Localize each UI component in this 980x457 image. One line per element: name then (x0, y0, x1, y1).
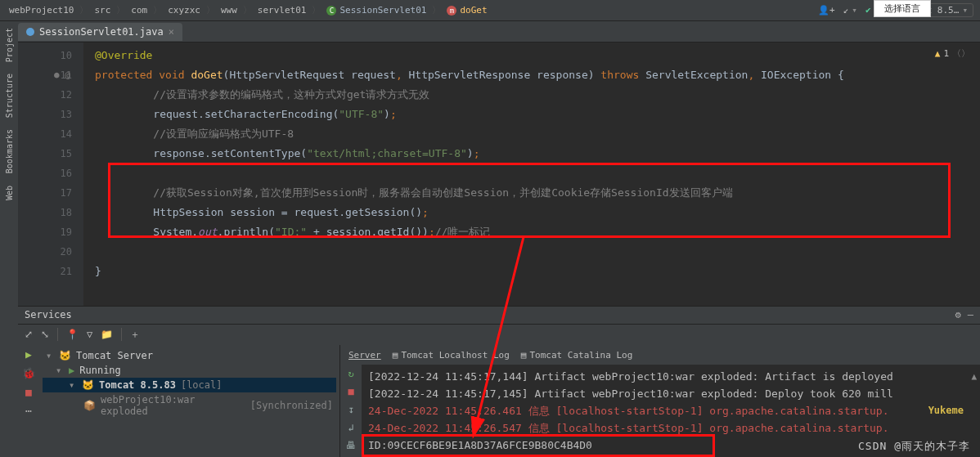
file-tab-label: SessionServlet01.java (39, 26, 164, 38)
filter-icon[interactable]: ▽ (87, 329, 92, 340)
editor-area: 1011● @12131415161718192021 ▲ 1 〈〉 @Over… (18, 43, 980, 306)
tomcat-icon: 🐱 (82, 379, 94, 391)
more-icon[interactable]: ⋯ (25, 405, 32, 417)
services-panel: Services ⚙ — ⤢ ⤡ 📍 ▽ 📁 ＋ ▶ 🐞 ■ ⋯ ▾ 🐱 Tom… (18, 306, 980, 457)
line-gutter: 1011● @12131415161718192021 (18, 43, 83, 306)
line-number: 13 (18, 105, 72, 124)
code-line[interactable]: response.setContentType("text/html;chars… (95, 144, 969, 164)
toolwin-structure[interactable]: Structure (5, 74, 14, 118)
code-line[interactable]: @Override (95, 46, 969, 65)
file-tab[interactable]: SessionServlet01.java × (18, 23, 182, 41)
line-number: 17 (18, 183, 72, 203)
code-line[interactable]: //设置响应编码格式为UTF-8 (95, 124, 969, 144)
console-line: [2022-12-24 11:45:17,145] Artifact webPr… (368, 385, 973, 402)
chevron-icon: 〈〉 (952, 44, 970, 64)
wrap-icon[interactable]: ↲ (348, 422, 353, 433)
tree-tag: [local] (181, 379, 223, 391)
tab-label: Tomcat Localhost Log (401, 350, 509, 361)
toolwin-project[interactable]: Project (5, 28, 14, 62)
tab-catalina-log[interactable]: ▤ Tomcat Catalina Log (521, 350, 632, 361)
tree-node-root[interactable]: ▾ 🐱 Tomcat Server (43, 348, 336, 363)
add-user-icon[interactable]: 👤+ (818, 5, 835, 16)
gear-icon[interactable]: ⚙ (955, 309, 961, 320)
pin-icon[interactable]: 📍 (66, 329, 79, 340)
run-icon[interactable]: ▶ (25, 348, 32, 361)
code-view[interactable]: ▲ 1 〈〉 @Overrideprotected void doGet(Htt… (83, 43, 980, 306)
scroll-up-icon[interactable]: ▲ (971, 368, 977, 385)
services-tabs: Server ▤ Tomcat Localhost Log ▤ Tomcat C… (340, 345, 980, 365)
top-bar: webProject10〉 src〉 com〉 cxyzxc〉 www〉 ser… (0, 0, 980, 21)
tree-label: Running (79, 365, 121, 376)
artifact-icon: 📦 (83, 400, 96, 411)
close-icon[interactable]: × (169, 26, 174, 38)
crumb[interactable]: webProject10 (7, 5, 76, 16)
tree-node-artifact[interactable]: 📦 webProject10:war exploded [Synchronize… (43, 392, 336, 419)
tree-label: Tomcat 8.5.83 (99, 379, 176, 391)
code-line[interactable]: //设置请求参数的编码格式，这种方式对get请求方式无效 (95, 85, 969, 105)
stop-icon[interactable]: ■ (25, 386, 32, 398)
play-icon: ▶ (69, 365, 74, 376)
tree-state: [Synchronized] (250, 400, 333, 411)
crumb-class[interactable]: SessionServlet01 (324, 5, 429, 16)
code-line[interactable]: System.out.println("ID:" + session.getId… (95, 222, 969, 242)
services-toolbar: ⤢ ⤡ 📍 ▽ 📁 ＋ (18, 324, 980, 345)
line-number: 14 (18, 124, 72, 144)
crumb-method[interactable]: doGet (444, 5, 489, 16)
crumb[interactable]: cxyzxc (165, 5, 203, 16)
services-title-bar: Services ⚙ — (18, 307, 980, 324)
tree-label: Tomcat Server (76, 350, 153, 361)
services-left-gutter: ▶ 🐞 ■ ⋯ (18, 345, 39, 457)
crumb[interactable]: com (128, 5, 150, 16)
stop-icon[interactable]: ■ (348, 386, 353, 397)
tab-server[interactable]: Server (348, 350, 381, 361)
crumb-sep: 〉 (312, 4, 321, 16)
inspection-summary[interactable]: ▲ 1 〈〉 (935, 44, 970, 64)
tab-label: Tomcat Catalina Log (529, 350, 632, 361)
tomcat-icon: 🐱 (59, 350, 71, 361)
collapse-icon[interactable]: ⤡ (41, 329, 49, 340)
vcs-check-icon[interactable]: ✔ (865, 5, 871, 16)
console-gutter: ↻ ■ ↧ ↲ 🖶 (340, 365, 362, 457)
crumb[interactable]: servlet01 (255, 5, 309, 16)
crumb-sep: 〉 (79, 4, 88, 16)
caret-down-icon: ▾ (69, 379, 77, 391)
tree-node-config[interactable]: ▾ 🐱 Tomcat 8.5.83 [local] (43, 378, 336, 392)
code-line[interactable]: protected void doGet(HttpServletRequest … (95, 65, 969, 85)
console-line: [2022-12-24 11:45:17,144] Artifact webPr… (368, 368, 973, 385)
debug-icon[interactable]: 🐞 (22, 367, 35, 379)
line-number: 20 (18, 242, 72, 262)
tab-localhost-log[interactable]: ▤ Tomcat Localhost Log (393, 350, 510, 361)
print-icon[interactable]: 🖶 (346, 440, 356, 451)
console-line: 24-Dec-2022 11:45:26.547 信息 [localhost-s… (368, 419, 973, 437)
code-line[interactable] (95, 242, 969, 262)
code-line[interactable] (95, 164, 969, 183)
line-number: 16 (18, 164, 72, 183)
separator (121, 328, 122, 341)
code-line[interactable]: } (95, 262, 969, 281)
tree-node-running[interactable]: ▾ ▶ Running (43, 363, 336, 378)
toolwin-web[interactable]: Web (5, 186, 14, 200)
rerun-icon[interactable]: ↻ (348, 368, 353, 379)
language-popup[interactable]: 选择语言 (874, 0, 931, 17)
line-number: 19 (18, 222, 72, 242)
crumb[interactable]: www (218, 5, 240, 16)
toolwin-bookmarks[interactable]: Bookmarks (5, 129, 14, 173)
toolbar-dropdown-icon[interactable]: ↙ (843, 5, 857, 16)
separator (57, 328, 58, 341)
line-number: 12 (18, 85, 72, 105)
crumb[interactable]: src (92, 5, 113, 16)
code-line[interactable]: HttpSession session = request.getSession… (95, 203, 969, 222)
left-tool-strip: Project Structure Bookmarks Web (0, 21, 18, 457)
log-icon: ▤ (393, 350, 398, 361)
add-icon[interactable]: ＋ (130, 328, 140, 342)
scroll-icon[interactable]: ↧ (348, 404, 353, 415)
file-tab-icon (26, 28, 34, 36)
log-icon: ▤ (521, 350, 527, 361)
services-tree[interactable]: ▾ 🐱 Tomcat Server ▾ ▶ Running ▾ 🐱 Tomcat… (39, 345, 340, 457)
group-icon[interactable]: 📁 (101, 329, 113, 340)
minimize-icon[interactable]: — (968, 309, 973, 320)
code-line[interactable]: //获取Session对象,首次使用到Session时，服务器会自动创建Sess… (95, 183, 969, 203)
crumb-sep: 〉 (243, 4, 252, 16)
expand-icon[interactable]: ⤢ (25, 329, 33, 340)
code-line[interactable]: request.setCharacterEncoding("UTF-8"); (95, 105, 969, 124)
